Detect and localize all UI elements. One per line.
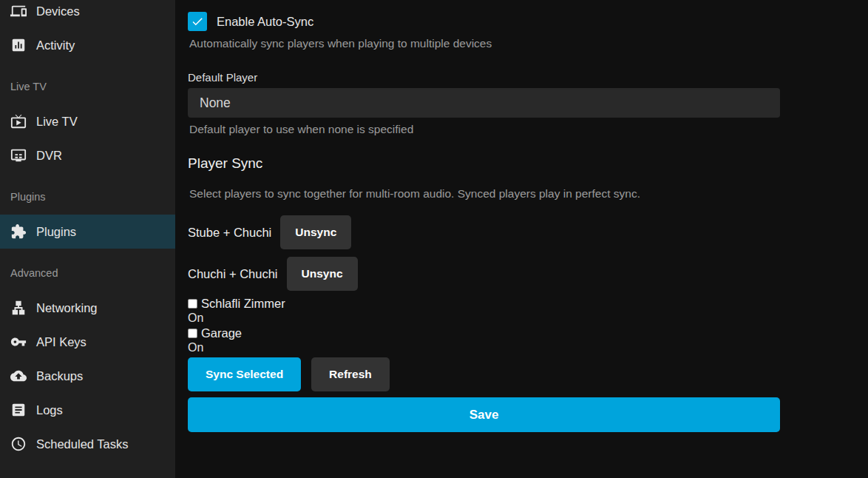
player-sync-title: Player Sync [188,155,780,172]
player-name: Schlafli Zimmer [201,297,285,311]
sidebar-item-devices[interactable]: Devices [0,0,175,28]
sidebar-item-label: Scheduled Tasks [36,437,128,451]
player-checkbox-row[interactable]: Garage [188,326,780,340]
sync-actions-row: Sync Selected Refresh [188,357,780,391]
devices-icon [10,3,27,19]
sidebar-item-scheduled-tasks[interactable]: Scheduled Tasks [0,427,175,461]
default-player-label: Default Player [188,71,780,84]
sidebar-item-dvr[interactable]: DVR [0,138,175,172]
player-checkbox[interactable] [188,299,197,309]
synced-group-name: Chuchi + Chuchi [188,267,278,281]
synced-group-name: Stube + Chuchi [188,226,271,240]
auto-sync-checkbox[interactable] [188,12,207,31]
sidebar-section-live-tv: Live TV [0,80,175,93]
synced-group-row: Stube + Chuchi Unsync [188,215,780,249]
sidebar-item-label: Activity [36,38,75,53]
sync-selected-button[interactable]: Sync Selected [188,357,301,391]
player-checkbox[interactable] [188,329,197,338]
sidebar-section-plugins: Plugins [0,190,175,203]
settings-panel: Enable Auto-Sync Automatically sync play… [175,0,868,478]
sidebar-item-live-tv[interactable]: Live TV [0,104,175,138]
sidebar-section-advanced: Advanced [0,266,175,280]
default-player-value: None [200,95,231,111]
dvr-icon [10,147,27,164]
save-button[interactable]: Save [188,397,780,432]
default-player-description: Default player to use when none is speci… [189,122,780,136]
unsync-button[interactable]: Unsync [287,257,358,291]
sidebar-item-api-keys[interactable]: API Keys [0,325,175,359]
player-name: Garage [201,326,242,340]
sidebar-item-backups[interactable]: Backups [0,359,175,393]
live-tv-icon [10,113,27,129]
auto-sync-checkbox-row[interactable]: Enable Auto-Sync [188,12,780,31]
player-checkbox-row[interactable]: Schlafli Zimmer [188,296,780,311]
sidebar-item-label: Logs [36,403,63,417]
networking-icon [10,300,27,316]
sidebar-item-label: Live TV [36,115,78,129]
available-players-list: Schlafli Zimmer On Garage On [188,296,780,355]
player-sync-description: Select players to sync together for mult… [189,186,780,201]
player-status: On [188,311,780,326]
sidebar-item-label: Devices [36,4,80,18]
refresh-button[interactable]: Refresh [311,357,390,391]
default-player-select[interactable]: None [188,88,780,118]
auto-sync-description: Automatically sync players when playing … [189,36,780,50]
clock-icon [10,436,27,452]
sidebar-item-activity[interactable]: Activity [0,28,175,62]
sidebar-item-label: Backups [36,369,83,383]
checkmark-icon [191,15,204,28]
player-status: On [188,340,780,355]
sidebar-item-logs[interactable]: Logs [0,393,175,427]
sidebar: Devices Activity Live TV Live TV DVR Plu… [0,0,175,478]
sidebar-item-label: API Keys [36,335,87,349]
app-window: Devices Activity Live TV Live TV DVR Plu… [0,0,868,478]
key-icon [10,334,27,350]
sidebar-item-label: DVR [36,149,62,163]
auto-sync-label: Enable Auto-Sync [217,15,313,29]
sidebar-item-plugins[interactable]: Plugins [0,215,175,249]
sidebar-item-label: Plugins [36,225,76,239]
logs-icon [10,402,27,418]
activity-icon [10,37,27,53]
plugins-icon [10,223,27,240]
cloud-backup-icon [10,368,27,384]
sidebar-item-networking[interactable]: Networking [0,291,175,325]
sidebar-item-label: Networking [36,301,98,315]
unsync-button[interactable]: Unsync [280,215,351,249]
synced-group-row: Chuchi + Chuchi Unsync [188,257,780,291]
